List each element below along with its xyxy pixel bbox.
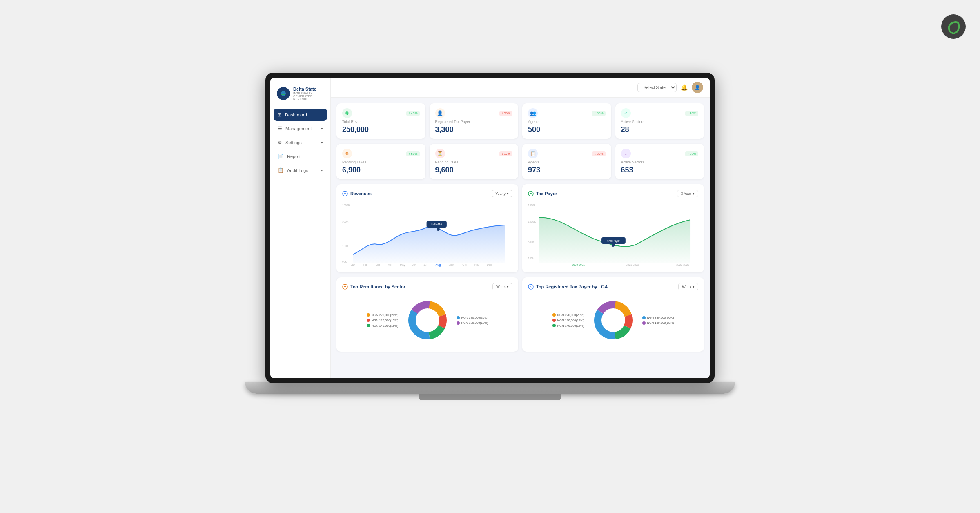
svg-point-9 xyxy=(437,228,440,231)
agents2-badge: ↓39% xyxy=(592,151,605,156)
stats-row-1: ₦ ↑40% Total Revenue 250,000 👤 xyxy=(336,103,704,139)
sidebar-item-report[interactable]: 📄 Report xyxy=(274,150,327,163)
stats-row-2: % ↑50% Pending Taxes 6,900 ⏳ xyxy=(336,144,704,179)
active-sectors2-badge: ↑20% xyxy=(685,151,698,156)
stat-card-pending-dues: ⏳ ↓17% Pending Dues 9,600 xyxy=(430,144,519,179)
legend-item: NGN 380,000(36%) xyxy=(457,316,488,319)
svg-point-36 xyxy=(343,284,347,289)
svg-point-25 xyxy=(530,193,532,194)
legend-item: NGN 180,000(18%) xyxy=(642,321,674,325)
avatar[interactable]: 👤 xyxy=(692,82,703,93)
sidebar-item-settings[interactable]: ⚙ Settings ▾ xyxy=(274,136,327,149)
stat-card-registered-taxpayer: 👤 ↓20% Registered Tax Payer 3,300 xyxy=(430,103,519,139)
svg-text:Feb: Feb xyxy=(363,263,368,266)
stat-card-total-revenue: ₦ ↑40% Total Revenue 250,000 xyxy=(336,103,425,139)
stat-card-active-sectors: ✓ ↑10% Active Sectors 28 xyxy=(615,103,704,139)
stat-card-pending-taxes: % ↑50% Pending Taxes 6,900 xyxy=(336,144,425,179)
svg-point-49 xyxy=(602,309,625,332)
logo-icon xyxy=(277,87,290,100)
legend-item: NGN 380,000(36%) xyxy=(642,316,674,319)
laptop-base xyxy=(245,382,735,394)
top-header: Select State Delta State 🔔 👤 xyxy=(331,78,710,98)
legend-item: NGN 220,000(20%) xyxy=(552,313,584,317)
svg-text:May: May xyxy=(400,263,405,267)
remittance-filter[interactable]: Week ▾ xyxy=(492,283,512,290)
svg-text:Jul: Jul xyxy=(424,263,428,266)
logo-area: Delta State INTERNALLY GENERATED REVENUE xyxy=(274,84,327,107)
remittance-legend-right: NGN 380,000(36%) NGN 180,000(18%) xyxy=(457,316,488,325)
dashboard-body: ₦ ↑40% Total Revenue 250,000 👤 xyxy=(331,98,710,357)
taxpayer-lga-donut-wrap: NGN 220,000(20%) NGN 120,000(12%) NGN 14… xyxy=(528,294,698,346)
chevron-down-icon: ▾ xyxy=(321,141,323,145)
laptop-screen: Delta State INTERNALLY GENERATED REVENUE… xyxy=(265,73,715,383)
svg-point-42 xyxy=(416,309,439,332)
agents-badge: ↑60% xyxy=(592,111,605,116)
taxpayer-lga-legend-right: NGN 380,000(36%) NGN 180,000(18%) xyxy=(642,316,674,325)
dashboard-icon: ⊞ xyxy=(278,112,282,118)
total-revenue-badge: ↑40% xyxy=(406,111,419,116)
active-sectors-badge: ↑10% xyxy=(685,111,698,116)
svg-text:Mar: Mar xyxy=(375,263,380,266)
remittance-chart-card: Top Remittance by Sector Week ▾ xyxy=(336,277,518,352)
taxpayer-chart-svg: 1500k 1000K 500k 100k xyxy=(528,201,698,267)
main-content: Select State Delta State 🔔 👤 ₦ xyxy=(331,78,710,378)
taxpayer-lga-filter[interactable]: Week ▾ xyxy=(678,283,698,290)
agents2-icon: 📋 xyxy=(528,149,538,158)
notification-bell-icon[interactable]: 🔔 xyxy=(681,84,688,91)
svg-text:Nov: Nov xyxy=(474,263,479,266)
svg-text:Sept: Sept xyxy=(448,263,454,267)
svg-text:2022-2023: 2022-2023 xyxy=(676,263,689,266)
remittance-chart-title: Top Remittance by Sector xyxy=(342,284,405,290)
svg-text:Jun: Jun xyxy=(412,263,416,266)
pending-dues-badge: ↓17% xyxy=(499,151,512,156)
sidebar-item-management[interactable]: ☰ Management ▾ xyxy=(274,123,327,135)
active-sectors-icon: ✓ xyxy=(621,108,631,118)
svg-text:540 Payer: 540 Payer xyxy=(607,239,620,243)
agents-icon: 👥 xyxy=(528,108,538,118)
laptop-stand xyxy=(419,394,561,400)
svg-text:Dec: Dec xyxy=(487,263,492,266)
svg-text:2020-2021: 2020-2021 xyxy=(572,263,585,266)
svg-text:Jan: Jan xyxy=(351,263,355,266)
revenue-chart-card: Revenues Yearly ▾ 1000K 500K xyxy=(336,184,518,272)
bottom-row: Top Remittance by Sector Week ▾ xyxy=(336,277,704,352)
svg-text:00K: 00K xyxy=(342,260,347,263)
taxpayer-badge: ↓20% xyxy=(499,111,512,116)
svg-point-30 xyxy=(612,243,615,247)
pending-dues-icon: ⏳ xyxy=(435,149,445,158)
active-sectors2-icon: ↓ xyxy=(621,149,631,158)
svg-text:NGN410: NGN410 xyxy=(431,223,442,226)
remittance-chart-header: Top Remittance by Sector Week ▾ xyxy=(342,283,512,290)
laptop-shell: Delta State INTERNALLY GENERATED REVENUE… xyxy=(229,73,751,440)
taxpayer-filter[interactable]: 3 Year ▾ xyxy=(677,190,698,197)
revenue-chart-title: Revenues xyxy=(342,191,372,196)
svg-text:1500k: 1500k xyxy=(528,204,536,207)
svg-point-0 xyxy=(941,14,966,39)
taxpayer-chart-title: Tax Payer xyxy=(528,191,557,196)
report-icon: 📄 xyxy=(278,154,284,159)
taxpayer-chart-card: Tax Payer 3 Year ▾ 1500k 1000K xyxy=(522,184,704,272)
taxpayer-lga-donut-svg xyxy=(591,298,636,343)
chevron-down-icon: ▾ xyxy=(321,127,323,131)
state-select[interactable]: Select State Delta State xyxy=(637,83,677,92)
taxpayer-lga-title: Top Registered Tax Payer by LGA xyxy=(528,284,608,290)
legend-item: NGN 180,000(18%) xyxy=(457,321,488,325)
stat-card-agents: 👥 ↑60% Agents 500 xyxy=(522,103,611,139)
svg-text:100k: 100k xyxy=(528,257,534,260)
legend-item: NGN 120,000(12%) xyxy=(367,319,399,322)
svg-point-4 xyxy=(344,193,346,194)
svg-text:500K: 500K xyxy=(342,220,349,223)
management-icon: ☰ xyxy=(278,126,282,132)
sidebar-item-dashboard[interactable]: ⊞ Dashboard xyxy=(274,109,327,121)
audit-icon: 📋 xyxy=(278,167,284,173)
screen-inner: Delta State INTERNALLY GENERATED REVENUE… xyxy=(270,78,710,378)
stat-card-active-sectors-2: ↓ ↑20% Active Sectors 653 xyxy=(615,144,704,179)
logo-text: Delta State INTERNALLY GENERATED REVENUE xyxy=(293,87,324,100)
pending-taxes-badge: ↑50% xyxy=(406,151,419,156)
svg-text:1000K: 1000K xyxy=(342,204,350,207)
brand-logo-corner xyxy=(939,12,968,41)
pending-taxes-icon: % xyxy=(342,149,352,158)
revenue-filter[interactable]: Yearly ▾ xyxy=(492,190,512,197)
charts-row: Revenues Yearly ▾ 1000K 500K xyxy=(336,184,704,272)
sidebar-item-audit-logs[interactable]: 📋 Audit Logs ▾ xyxy=(274,164,327,176)
